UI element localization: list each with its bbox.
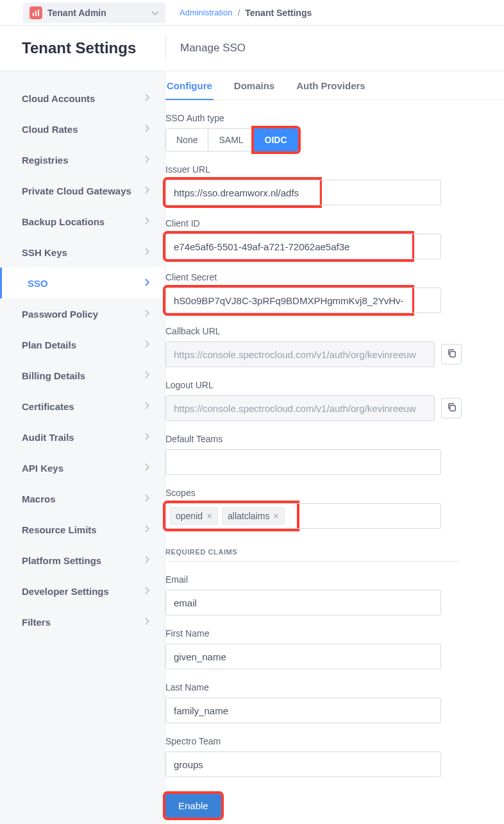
- default-teams-input[interactable]: [165, 449, 441, 475]
- label-email: Email: [165, 574, 483, 585]
- sidebar-item-label: SSH Keys: [22, 247, 67, 258]
- sidebar-item-certificates[interactable]: Certificates: [0, 391, 165, 422]
- chevron-right-icon: [144, 401, 149, 411]
- sidebar-item-billing-details[interactable]: Billing Details: [0, 360, 165, 391]
- chevron-right-icon: [144, 555, 149, 565]
- copy-icon: [447, 402, 457, 414]
- chevron-right-icon: [144, 494, 149, 504]
- title-divider: [165, 34, 166, 62]
- sidebar-item-filters[interactable]: Filters: [0, 606, 165, 637]
- first-name-claim-input[interactable]: [165, 644, 441, 669]
- sidebar-item-label: Plan Details: [22, 339, 76, 350]
- sidebar-item-developer-settings[interactable]: Developer Settings: [0, 576, 165, 606]
- scopes-input[interactable]: openid✕allatclaims✕: [165, 503, 297, 529]
- sidebar-item-label: SSO: [28, 278, 48, 289]
- client-id-input-right[interactable]: [412, 234, 441, 259]
- tab-authproviders[interactable]: Auth Providers: [295, 80, 367, 100]
- label-issuer: Issuer URL: [165, 164, 483, 175]
- client-secret-input-right[interactable]: [412, 288, 441, 313]
- auth-type-saml[interactable]: SAML: [208, 128, 254, 151]
- svg-rect-2: [38, 10, 39, 16]
- sidebar-item-label: Filters: [22, 617, 51, 628]
- breadcrumb-current: Tenant Settings: [245, 8, 312, 18]
- sidebar-item-label: Password Policy: [22, 309, 98, 320]
- sidebar-item-plan-details[interactable]: Plan Details: [0, 329, 165, 360]
- chevron-right-icon: [144, 370, 149, 381]
- sidebar-item-label: Registries: [22, 155, 69, 166]
- sidebar-item-label: Platform Settings: [22, 555, 101, 566]
- sidebar: Cloud AccountsCloud RatesRegistriesPriva…: [0, 71, 165, 824]
- sidebar-item-label: API Keys: [22, 463, 63, 474]
- sidebar-item-ssh-keys[interactable]: SSH Keys: [0, 237, 165, 268]
- sidebar-item-label: Backup Locations: [22, 216, 105, 227]
- label-logout: Logout URL: [165, 380, 483, 390]
- sidebar-item-platform-settings[interactable]: Platform Settings: [0, 545, 165, 576]
- client-secret-input-left[interactable]: hS0o9BP7qVJ8C-3pRFq9BDMXPHgmmKvj8_2YvHv-: [165, 288, 412, 313]
- tenant-selector[interactable]: Tenant Admin: [23, 3, 165, 23]
- sidebar-item-cloud-rates[interactable]: Cloud Rates: [0, 114, 165, 144]
- required-claims-header: REQUIRED CLAIMS: [165, 548, 460, 562]
- callback-url: https://console.spectrocloud.com/v1/auth…: [165, 341, 435, 367]
- breadcrumb-separator: /: [237, 8, 240, 18]
- chevron-right-icon: [144, 586, 149, 596]
- email-claim-input[interactable]: [165, 590, 441, 615]
- sidebar-item-password-policy[interactable]: Password Policy: [0, 298, 165, 329]
- issuer-input-left[interactable]: https://sso.dreamworx.nl/adfs: [165, 180, 319, 205]
- chevron-right-icon: [144, 432, 149, 442]
- breadcrumb-root[interactable]: Administration: [180, 8, 232, 17]
- copy-callback-button[interactable]: [441, 344, 462, 365]
- tabs: ConfigureDomainsAuth Providers: [165, 80, 504, 100]
- label-last-name: Last Name: [165, 682, 483, 692]
- sidebar-item-label: Developer Settings: [22, 586, 109, 597]
- scope-tag-label: allatclaims: [228, 511, 269, 521]
- topbar: Tenant Admin Administration / Tenant Set…: [0, 0, 504, 26]
- sidebar-item-sso[interactable]: SSO: [0, 268, 165, 298]
- last-name-claim-input[interactable]: [165, 698, 441, 723]
- spectro-team-claim-input[interactable]: [165, 751, 441, 777]
- logout-url: https://console.spectrocloud.com/v1/auth…: [165, 395, 435, 421]
- titlebar: Tenant Settings Manage SSO: [0, 26, 504, 71]
- label-spectro-team: Spectro Team: [165, 736, 483, 746]
- auth-type-oidc[interactable]: OIDC: [254, 128, 298, 151]
- chevron-right-icon: [144, 278, 149, 288]
- auth-type-segmented: None SAML OIDC: [165, 128, 298, 151]
- sidebar-item-registries[interactable]: Registries: [0, 144, 165, 175]
- close-icon[interactable]: ✕: [273, 512, 279, 520]
- sidebar-item-audit-trails[interactable]: Audit Trails: [0, 422, 165, 452]
- scope-tag: openid✕: [170, 507, 218, 525]
- chevron-right-icon: [144, 463, 149, 473]
- sidebar-item-label: Private Cloud Gateways: [22, 185, 131, 196]
- issuer-input-right[interactable]: [319, 180, 441, 205]
- chevron-right-icon: [144, 524, 149, 535]
- sidebar-item-api-keys[interactable]: API Keys: [0, 452, 165, 483]
- svg-rect-3: [449, 352, 455, 357]
- chevron-right-icon: [144, 339, 149, 350]
- copy-logout-button[interactable]: [441, 398, 462, 418]
- sidebar-item-private-cloud-gateways[interactable]: Private Cloud Gateways: [0, 175, 165, 206]
- sidebar-item-label: Audit Trails: [22, 432, 74, 443]
- label-client-id: Client ID: [165, 218, 483, 228]
- main-panel: ConfigureDomainsAuth Providers SSO Auth …: [165, 71, 504, 824]
- label-auth-type: SSO Auth type: [165, 113, 483, 123]
- tenant-selector-label: Tenant Admin: [47, 8, 106, 18]
- label-callback: Callback URL: [165, 326, 483, 336]
- tab-configure[interactable]: Configure: [165, 80, 214, 100]
- sidebar-item-cloud-accounts[interactable]: Cloud Accounts: [0, 83, 165, 114]
- svg-rect-4: [449, 406, 455, 411]
- sidebar-item-backup-locations[interactable]: Backup Locations: [0, 206, 165, 237]
- sidebar-item-label: Billing Details: [22, 370, 85, 381]
- sidebar-item-resource-limits[interactable]: Resource Limits: [0, 514, 165, 545]
- close-icon[interactable]: ✕: [206, 512, 212, 520]
- auth-type-none[interactable]: None: [165, 128, 208, 151]
- client-id-input-left[interactable]: e74e5af6-5501-49af-a721-72062ae5af3e: [165, 234, 412, 259]
- breadcrumb: Administration / Tenant Settings: [180, 8, 312, 18]
- sidebar-item-macros[interactable]: Macros: [0, 483, 165, 514]
- chevron-right-icon: [144, 155, 149, 165]
- chevron-right-icon: [144, 216, 149, 227]
- chevron-right-icon: [144, 124, 149, 134]
- scopes-input-tail[interactable]: [297, 503, 441, 529]
- sidebar-item-label: Cloud Accounts: [22, 93, 95, 104]
- svg-rect-1: [35, 11, 37, 16]
- enable-button[interactable]: Enable: [165, 794, 221, 818]
- tab-domains[interactable]: Domains: [233, 80, 276, 100]
